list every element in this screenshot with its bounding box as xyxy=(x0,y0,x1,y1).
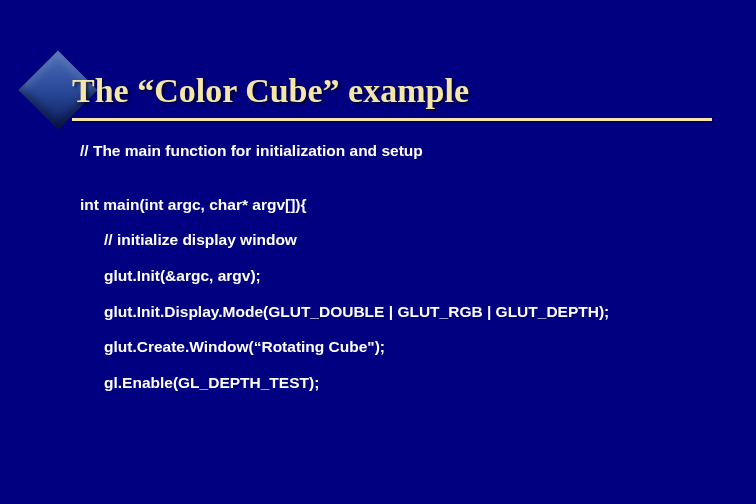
code-line: gl.Enable(GL_DEPTH_TEST); xyxy=(80,372,609,394)
code-line: glut.Create.Window(“Rotating Cube"); xyxy=(80,336,609,358)
title-underline xyxy=(72,118,712,121)
code-line: glut.Init.Display.Mode(GLUT_DOUBLE | GLU… xyxy=(80,301,609,323)
code-comment: // The main function for initialization … xyxy=(80,140,609,162)
code-line: glut.Init(&argc, argv); xyxy=(80,265,609,287)
code-line: int main(int argc, char* argv[]){ xyxy=(80,194,609,216)
slide-body: // The main function for initialization … xyxy=(80,140,609,408)
slide-title: The “Color Cube” example xyxy=(72,72,469,110)
code-comment: // initialize display window xyxy=(80,229,609,251)
